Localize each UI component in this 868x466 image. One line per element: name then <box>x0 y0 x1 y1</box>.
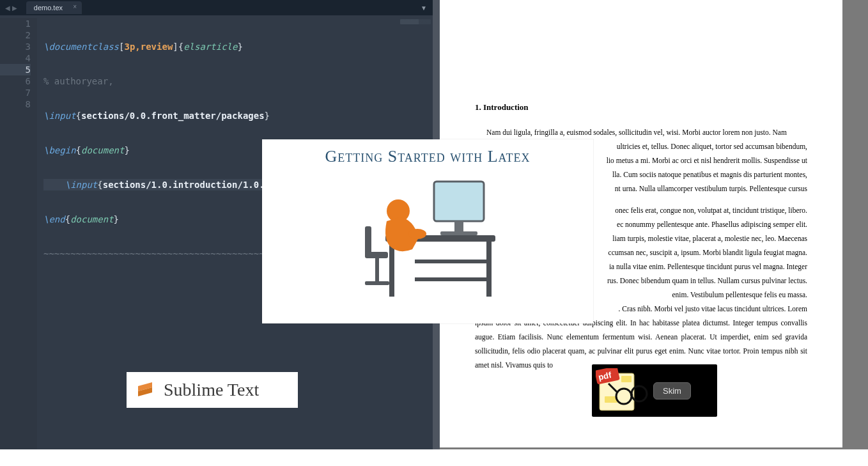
close-icon[interactable]: × <box>73 3 77 10</box>
svg-rect-9 <box>365 226 371 257</box>
sublime-logo-icon <box>136 380 155 400</box>
skim-pdf-badge: pdf Skim <box>592 364 717 417</box>
svg-rect-10 <box>375 258 379 283</box>
svg-rect-1 <box>454 221 463 233</box>
svg-rect-5 <box>486 242 492 297</box>
svg-rect-6 <box>415 260 492 263</box>
person-at-computer-icon <box>351 170 504 311</box>
sublime-label: Sublime Text <box>164 380 259 400</box>
pdf-document-icon: pdf <box>596 368 649 413</box>
skim-button[interactable]: Skim <box>653 382 691 400</box>
pdf-gutter-right <box>842 0 868 449</box>
sublime-text-badge: Sublime Text <box>127 372 298 408</box>
svg-rect-2 <box>440 231 477 235</box>
latex-title-text: Getting Started with Latex <box>262 139 593 166</box>
svg-rect-0 <box>434 182 484 221</box>
svg-line-21 <box>630 394 633 395</box>
latex-title-overlay: Getting Started with Latex <box>262 139 593 323</box>
nav-arrows[interactable]: ◀ ▶ <box>0 4 22 12</box>
svg-rect-11 <box>365 281 389 285</box>
editor-titlebar: ◀ ▶ demo.tex × ▼ <box>0 0 433 15</box>
chevron-down-icon[interactable]: ▼ <box>421 4 427 12</box>
svg-point-13 <box>408 229 426 239</box>
line-number-gutter: 1 2 3 4 5 6 7 8 <box>0 18 37 449</box>
minimap[interactable] <box>400 19 431 24</box>
tab-filename: demo.tex <box>34 4 63 12</box>
pdf-section-heading: 1. Introduction <box>475 102 807 113</box>
svg-rect-7 <box>415 277 492 281</box>
svg-rect-17 <box>621 376 632 382</box>
svg-rect-4 <box>389 242 394 297</box>
editor-tab-demo[interactable]: demo.tex × <box>26 1 82 14</box>
